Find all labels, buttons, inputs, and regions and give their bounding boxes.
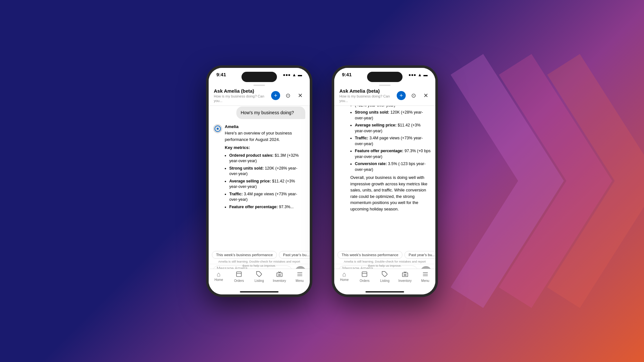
- metric-item: Traffic: 3.4M page views (+73% year-over…: [229, 191, 305, 203]
- nav-orders-right[interactable]: Orders: [355, 271, 375, 283]
- battery-icon-right: ▬: [423, 72, 428, 77]
- inventory-icon-right: [402, 271, 408, 278]
- bottom-nav-right: ⌂ Home Orders: [334, 269, 435, 294]
- phone-left-screen: 9:41 ●●● ▲ ▬ Ask Amelia (beta) How is my…: [209, 68, 310, 294]
- amelia-avatar-left: [213, 124, 222, 133]
- chat-header-right: Ask Amelia (beta) How is my business doi…: [334, 86, 435, 106]
- metric-item-r5: Conversion rate: 3.5% (-123 bps year-ove…: [355, 161, 431, 172]
- nav-listing-label-right: Listing: [380, 279, 390, 283]
- metric-item: Ordered product sales: $1.3M (+32% year-…: [229, 153, 305, 164]
- nav-home-label-left: Home: [214, 278, 223, 282]
- orders-icon-left: [236, 271, 242, 278]
- phone-right: 9:41 ●●● ▲ ▬ Ask Amelia (beta) How is my…: [332, 65, 438, 297]
- header-actions-right: + ⊙ ✕: [397, 91, 430, 100]
- metric-item-r3: Traffic: 3.4M page views (+73% year-over…: [355, 135, 431, 147]
- nav-menu-right[interactable]: Menu: [415, 271, 435, 283]
- amelia-content-left: Amelia Here's an overview of your busine…: [225, 124, 305, 212]
- time-left: 9:41: [216, 72, 226, 77]
- suggestion-chip-1-left[interactable]: This week's business performance: [212, 251, 277, 259]
- menu-icon-right: [422, 271, 429, 278]
- listing-icon-left: [256, 271, 262, 278]
- nav-orders-left[interactable]: Orders: [229, 271, 249, 283]
- metric-item: Strong units sold: 120K (+28% year-over-…: [229, 166, 305, 177]
- chat-scroll-left: How's my business doing? Amelia Here's a…: [209, 103, 310, 243]
- dynamic-island-left: [242, 72, 277, 82]
- metric-item-r2: Average selling price: $11.42 (+3% year-…: [355, 123, 431, 134]
- nav-inventory-left[interactable]: Inventory: [269, 271, 289, 283]
- svg-rect-0: [237, 272, 242, 276]
- dynamic-island-right: [367, 72, 402, 82]
- svg-rect-9: [362, 272, 367, 276]
- nav-menu-label-right: Menu: [421, 279, 429, 283]
- home-indicator-right: [365, 291, 404, 292]
- header-title-block-left: Ask Amelia (beta) How is my business doi…: [214, 88, 271, 103]
- add-button-right[interactable]: +: [397, 91, 406, 100]
- nav-listing-left[interactable]: Listing: [249, 271, 270, 283]
- suggestion-chip-2-right[interactable]: Past year's bu...: [404, 251, 435, 259]
- signal-icon: ●●●: [283, 72, 291, 77]
- more-button-right[interactable]: ⊙: [409, 91, 418, 100]
- nav-inventory-label-left: Inventory: [273, 279, 286, 283]
- menu-icon-left: [297, 271, 303, 278]
- metrics-list-right: (+32% year-over-year) Strong units sold:…: [350, 103, 431, 173]
- header-actions-left: + ⊙ ✕: [271, 91, 305, 100]
- suggestions-bar-right: This week's business performance Past ye…: [334, 249, 435, 261]
- nav-listing-right[interactable]: Listing: [375, 271, 395, 283]
- metric-item: Feature offer percentage: 97.3%...: [229, 204, 305, 210]
- nav-listing-label-left: Listing: [255, 279, 264, 283]
- amelia-response-left: Amelia Here's an overview of your busine…: [213, 124, 305, 212]
- header-pill-right: [379, 85, 391, 86]
- inventory-icon-left: [276, 271, 283, 278]
- metrics-list-left: Ordered product sales: $1.3M (+32% year-…: [225, 153, 305, 210]
- amelia-response-right: (+32% year-over-year) Strong units sold:…: [339, 103, 431, 214]
- close-button-left[interactable]: ✕: [296, 91, 305, 100]
- metric-item: Average selling price: $11.42 (+3% year-…: [229, 179, 305, 190]
- chat-header-left: Ask Amelia (beta) How is my business doi…: [209, 86, 310, 106]
- nav-inventory-label-right: Inventory: [398, 279, 412, 283]
- suggestions-bar-left: This week's business performance Past ye…: [209, 249, 310, 261]
- bottom-nav-left: ⌂ Home Orders: [209, 269, 310, 294]
- more-button-left[interactable]: ⊙: [283, 91, 292, 100]
- close-button-right[interactable]: ✕: [421, 91, 430, 100]
- phone-left: 9:41 ●●● ▲ ▬ Ask Amelia (beta) How is my…: [206, 65, 312, 297]
- amelia-text-right: (+32% year-over-year) Strong units sold:…: [350, 103, 431, 212]
- signal-icon-right: ●●●: [409, 72, 416, 77]
- home-indicator-left: [240, 291, 279, 292]
- header-pill-left: [253, 85, 265, 86]
- nav-menu-label-left: Menu: [296, 279, 304, 283]
- home-icon-left: ⌂: [217, 271, 221, 277]
- add-button-left[interactable]: +: [271, 91, 280, 100]
- listing-icon-right: [382, 271, 388, 278]
- suggestion-chip-2-left[interactable]: Past year's bu...: [279, 251, 310, 259]
- amelia-text-left: Here's an overview of your business perf…: [225, 130, 305, 210]
- nav-home-left[interactable]: ⌂ Home: [209, 271, 229, 282]
- disclaimer-right: Amelia is still learning. Double-check f…: [334, 259, 435, 268]
- header-title-block-right: Ask Amelia (beta) How is my business doi…: [339, 88, 397, 103]
- suggestion-chip-1-right[interactable]: This week's business performance: [337, 251, 402, 259]
- summary-text-right: Overall, your business is doing well wit…: [350, 174, 431, 212]
- header-title-right: Ask Amelia (beta): [339, 88, 397, 94]
- nav-home-right[interactable]: ⌂ Home: [334, 271, 355, 282]
- wifi-icon-right: ▲: [418, 72, 422, 77]
- battery-icon: ▬: [298, 72, 302, 77]
- header-title-left: Ask Amelia (beta): [214, 88, 271, 94]
- metric-item-r4: Feature offer percentage: 97.3% (+0 bps …: [355, 148, 431, 160]
- header-subtitle-left: How is my business doing? Can you...: [214, 94, 271, 103]
- nav-orders-label-right: Orders: [360, 279, 370, 283]
- user-message-left: How's my business doing?: [236, 107, 306, 119]
- nav-orders-label-left: Orders: [234, 279, 244, 283]
- metric-item-r1: Strong units sold: 120K (+28% year-over-…: [355, 110, 431, 121]
- nav-menu-left[interactable]: Menu: [289, 271, 310, 283]
- disclaimer-left: Amelia is still learning. Double-check f…: [209, 259, 310, 268]
- chat-scroll-right: (+32% year-over-year) Strong units sold:…: [334, 103, 435, 243]
- status-icons-left: ●●● ▲ ▬: [283, 72, 302, 77]
- time-right: 9:41: [342, 72, 352, 77]
- phone-right-screen: 9:41 ●●● ▲ ▬ Ask Amelia (beta) How is my…: [334, 68, 435, 294]
- orders-icon-right: [361, 271, 368, 278]
- wifi-icon: ▲: [292, 72, 296, 77]
- nav-inventory-right[interactable]: Inventory: [395, 271, 415, 283]
- amelia-content-right: (+32% year-over-year) Strong units sold:…: [350, 103, 431, 214]
- nav-home-label-right: Home: [340, 278, 349, 282]
- status-icons-right: ●●● ▲ ▬: [409, 72, 428, 77]
- home-icon-right: ⌂: [342, 271, 346, 277]
